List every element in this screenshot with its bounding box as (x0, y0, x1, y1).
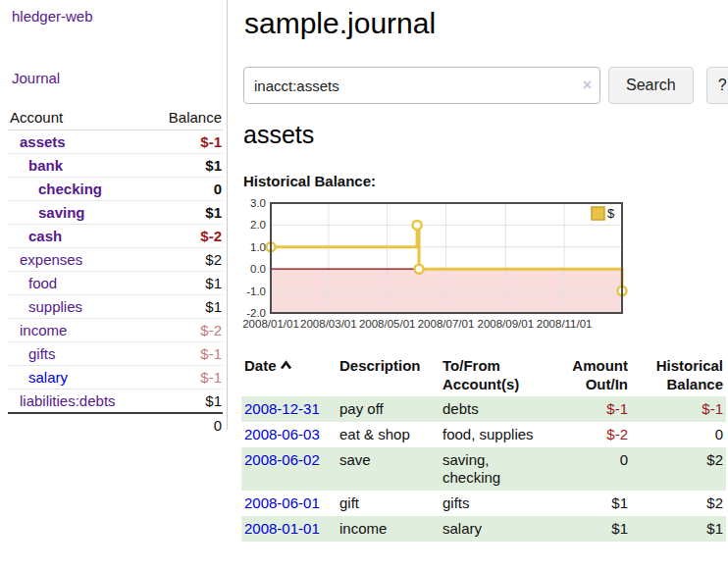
account-link[interactable]: gifts (28, 345, 56, 362)
account-row: income$-2 (8, 319, 223, 342)
account-row: cash$-2 (8, 225, 223, 248)
transaction-balance: $-1 (631, 396, 726, 422)
search-button[interactable]: Search (608, 67, 694, 104)
account-balance: $1 (149, 389, 223, 414)
x-tick-label: 2008/03/01 (300, 318, 357, 330)
transaction-description: save (337, 447, 440, 491)
search-input[interactable] (243, 67, 600, 104)
y-tick-label: 1.0 (250, 241, 266, 253)
page-title: sample.journal (241, 0, 728, 40)
transaction-balance: $2 (631, 447, 726, 491)
account-link[interactable]: saving (38, 204, 85, 221)
account-row: supplies$1 (8, 295, 223, 319)
transaction-amount: 0 (559, 447, 631, 491)
transaction-date-link[interactable]: 2008-01-01 (244, 520, 320, 537)
accounts-col-account: Account (8, 106, 149, 130)
accounts-total-row: 0 (8, 413, 223, 437)
account-balance: $1 (149, 154, 223, 178)
y-tick-label: 2.0 (250, 219, 266, 231)
transaction-date-link[interactable]: 2008-12-31 (244, 400, 320, 417)
account-link[interactable]: liabilities:debts (20, 392, 116, 409)
legend-swatch (592, 207, 604, 220)
y-tick-label: 3.0 (250, 197, 266, 209)
account-row: food$1 (8, 272, 223, 295)
data-point-marker (413, 221, 422, 230)
x-tick-label: 2008/01/01 (242, 318, 299, 330)
account-balance: $-2 (149, 225, 223, 248)
register-col-accounts: To/From Account(s) (440, 354, 559, 396)
data-point-marker (415, 265, 424, 274)
account-row: bank$1 (8, 154, 223, 178)
x-tick-label: 2008/11/01 (537, 318, 593, 330)
register-col-date[interactable]: Date (241, 354, 337, 396)
account-row: assets$-1 (8, 130, 223, 154)
y-tick-label: 0.0 (250, 263, 266, 275)
transaction-date-link[interactable]: 2008-06-02 (244, 451, 320, 468)
accounts-total-value: 0 (149, 413, 223, 437)
account-balance: $-1 (149, 130, 223, 154)
account-link[interactable]: cash (28, 228, 62, 244)
accounts-table: Account Balance assets$-1bank$1checking0… (8, 106, 223, 437)
account-link[interactable]: expenses (20, 251, 82, 268)
register-col-amount: Amount Out/In (559, 354, 631, 396)
account-row: checking0 (8, 178, 223, 201)
y-tick-label: -1.0 (246, 286, 266, 297)
sidebar: hledger-web Journal Account Balance asse… (0, 0, 228, 430)
account-link[interactable]: bank (28, 157, 63, 174)
transaction-row[interactable]: 2008-01-01incomesalary$1$1 (241, 516, 726, 542)
transaction-date-link[interactable]: 2008-06-01 (244, 494, 320, 511)
main-content: sample.journal × Search ? assets Histori… (241, 0, 728, 40)
transaction-row[interactable]: 2008-06-03eat & shopfood, supplies$-20 (241, 422, 726, 447)
transaction-row[interactable]: 2008-06-01giftgifts$1$2 (241, 491, 726, 516)
account-link[interactable]: food (28, 275, 57, 291)
transaction-description: gift (337, 491, 440, 516)
account-row: liabilities:debts$1 (8, 389, 223, 414)
x-tick-label: 2008/07/01 (418, 318, 475, 330)
account-link[interactable]: assets (20, 133, 66, 150)
account-link[interactable]: supplies (28, 298, 82, 315)
account-link[interactable]: checking (38, 181, 102, 197)
help-button[interactable]: ? (706, 67, 728, 104)
transaction-amount: $-2 (559, 422, 631, 447)
account-row: expenses$2 (8, 248, 223, 272)
nav-journal-link[interactable]: Journal (12, 70, 60, 86)
balance-chart: 3.02.01.00.0-1.0-2.02008/01/012008/03/01… (241, 198, 726, 340)
transaction-row[interactable]: 2008-06-02savesaving, checking0$2 (241, 447, 726, 491)
transaction-description: eat & shop (337, 422, 440, 447)
legend-label: $ (607, 206, 615, 221)
account-balance: $1 (149, 295, 223, 319)
transaction-accounts: food, supplies (440, 422, 559, 447)
register-table-body: 2008-12-31pay offdebts$-1$-12008-06-03ea… (241, 396, 726, 542)
register-header-row: Date Description To/From Account(s) Amou… (241, 354, 726, 396)
transaction-row[interactable]: 2008-12-31pay offdebts$-1$-1 (241, 396, 726, 422)
app-brand-link[interactable]: hledger-web (12, 8, 93, 25)
sort-asc-icon (280, 356, 292, 375)
accounts-header-row: Account Balance (8, 106, 223, 130)
account-link[interactable]: income (20, 322, 67, 338)
transaction-description: income (337, 516, 440, 542)
transaction-date-link[interactable]: 2008-06-03 (244, 426, 320, 442)
accounts-table-body: assets$-1bank$1checking0saving$1cash$-2e… (8, 130, 223, 414)
transaction-amount: $-1 (559, 396, 631, 422)
transaction-description: pay off (337, 396, 440, 422)
account-balance: 0 (149, 178, 223, 201)
search-form: × Search ? (243, 67, 728, 104)
transaction-accounts: salary (440, 516, 559, 542)
clear-search-icon[interactable]: × (583, 76, 592, 95)
account-balance: $1 (149, 201, 223, 225)
account-row: salary$-1 (8, 366, 223, 389)
x-tick-label: 2008/05/01 (359, 318, 416, 330)
account-balance: $2 (149, 248, 223, 272)
chart-section-label: Historical Balance: (243, 173, 376, 189)
transaction-accounts: debts (440, 396, 559, 422)
account-balance: $-1 (149, 342, 223, 366)
transaction-accounts: gifts (440, 491, 559, 516)
account-row: gifts$-1 (8, 342, 223, 366)
transaction-balance: 0 (631, 422, 726, 447)
register-col-description: Description (337, 354, 440, 396)
transaction-amount: $1 (559, 516, 631, 542)
transaction-amount: $1 (559, 491, 631, 516)
account-link[interactable]: salary (28, 369, 68, 386)
account-heading: assets (243, 121, 314, 149)
account-balance: $-2 (149, 319, 223, 342)
